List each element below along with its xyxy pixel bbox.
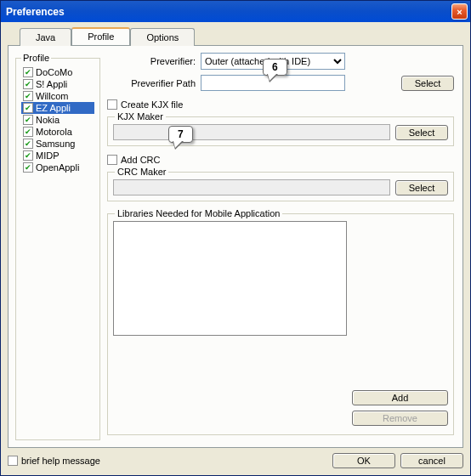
preverifier-label: Preverifier: xyxy=(107,56,196,66)
profile-item[interactable]: ✔OpenAppli xyxy=(21,162,94,173)
tab-options[interactable]: Options xyxy=(130,28,195,46)
close-button[interactable]: × xyxy=(451,3,468,20)
add-crc-checkbox[interactable] xyxy=(107,155,117,165)
libraries-listbox[interactable] xyxy=(113,221,347,336)
close-icon: × xyxy=(457,7,462,17)
crc-select-button[interactable]: Select xyxy=(395,180,448,196)
profile-item[interactable]: ✔Willcom xyxy=(21,90,94,102)
create-kjx-checkbox[interactable] xyxy=(107,99,117,110)
profile-item-checkbox[interactable]: ✔ xyxy=(23,103,33,113)
libraries-remove-button[interactable]: Remove xyxy=(352,411,448,426)
preverifier-select-button[interactable]: Select xyxy=(401,76,454,91)
tab-panel-profile: Profile ✔DoCoMo✔S! Appli✔Willcom✔EZ Appl… xyxy=(8,45,463,448)
profile-item-label: MIDP xyxy=(36,150,60,161)
create-kjx-label: Create KJX file xyxy=(121,99,183,110)
profile-item-label: Samsung xyxy=(36,139,75,149)
profile-item-label: S! Appli xyxy=(36,79,67,89)
libraries-legend: Libraries Needed for Mobile Application xyxy=(115,208,282,218)
profile-item-label: OpenAppli xyxy=(36,162,79,173)
profile-item[interactable]: ✔EZ Appli xyxy=(21,102,94,114)
tab-profile[interactable]: Profile xyxy=(71,27,130,45)
title-bar: Preferences × xyxy=(1,1,470,22)
add-crc-label: Add CRC xyxy=(121,155,160,165)
profile-item-label: Nokia xyxy=(36,115,60,125)
profile-item-checkbox[interactable]: ✔ xyxy=(23,127,33,137)
profile-item[interactable]: ✔Nokia xyxy=(21,114,94,126)
kjx-maker-group: KJX Maker Select xyxy=(107,116,454,146)
profile-item-checkbox[interactable]: ✔ xyxy=(23,150,33,161)
profile-item-label: DoCoMo xyxy=(36,67,72,77)
libraries-add-button[interactable]: Add xyxy=(352,390,448,405)
profile-item-checkbox[interactable]: ✔ xyxy=(23,79,33,89)
profile-item[interactable]: ✔MIDP xyxy=(21,150,94,162)
callout-6: 6 xyxy=(263,59,287,76)
crc-maker-legend: CRC Maker xyxy=(115,167,168,177)
profile-item[interactable]: ✔Samsung xyxy=(21,138,94,150)
profile-item-checkbox[interactable]: ✔ xyxy=(23,162,33,173)
kjx-maker-path xyxy=(113,124,390,140)
callout-7: 7 xyxy=(168,126,193,143)
libraries-group: Libraries Needed for Mobile Application … xyxy=(107,213,454,435)
profile-item[interactable]: ✔DoCoMo xyxy=(21,66,94,78)
tabs: Java Profile Options xyxy=(20,27,463,45)
footer: brief help message OK cancel xyxy=(8,448,463,468)
profile-item-label: EZ Appli xyxy=(36,103,71,113)
profile-item-checkbox[interactable]: ✔ xyxy=(23,91,33,101)
ok-button[interactable]: OK xyxy=(332,453,395,468)
profile-item-label: Motorola xyxy=(36,127,72,137)
profile-item-checkbox[interactable]: ✔ xyxy=(23,139,33,149)
kjx-maker-legend: KJX Maker xyxy=(115,111,166,122)
profile-item[interactable]: ✔S! Appli xyxy=(21,78,94,90)
window-body: Java Profile Options Profile ✔DoCoMo✔S! … xyxy=(1,22,470,475)
window-title: Preferences xyxy=(6,6,65,18)
kjx-select-button[interactable]: Select xyxy=(395,125,448,140)
profile-item-checkbox[interactable]: ✔ xyxy=(23,67,33,77)
right-pane: 6 7 Preverifier: Outer (attached with ID… xyxy=(107,53,456,440)
preverifier-path-label: Preverifier Path xyxy=(107,78,196,88)
preferences-window: Preferences × Java Profile Options Profi… xyxy=(0,0,471,476)
cancel-button[interactable]: cancel xyxy=(400,453,463,468)
brief-help-label: brief help message xyxy=(21,456,100,466)
brief-help-checkbox[interactable] xyxy=(8,456,18,466)
crc-maker-group: CRC Maker Select xyxy=(107,172,454,201)
tab-java[interactable]: Java xyxy=(20,28,71,46)
profile-legend: Profile xyxy=(21,53,51,63)
profile-item-label: Willcom xyxy=(36,91,69,101)
crc-maker-path xyxy=(113,179,390,196)
profile-item[interactable]: ✔Motorola xyxy=(21,126,94,138)
profile-item-checkbox[interactable]: ✔ xyxy=(23,115,33,125)
profile-list: Profile ✔DoCoMo✔S! Appli✔Willcom✔EZ Appl… xyxy=(15,53,100,440)
